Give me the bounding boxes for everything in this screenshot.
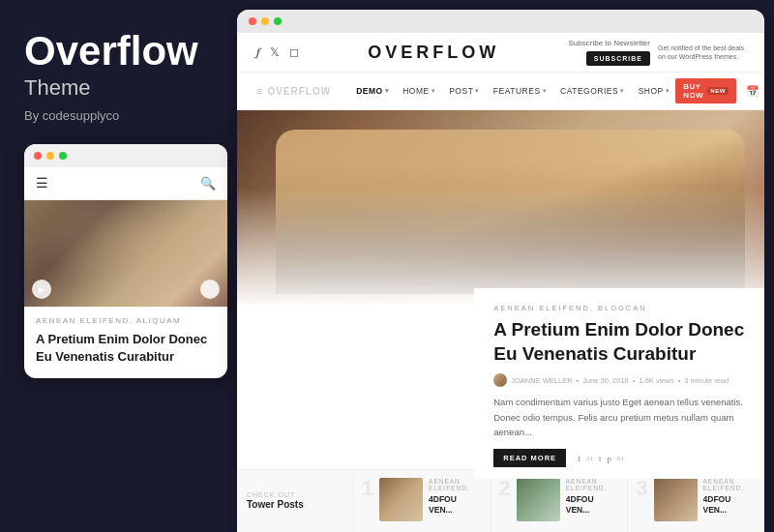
mobile-bookmark-button[interactable]: ♡ [200, 280, 220, 299]
desktop-top-strip: 𝒇 𝕏 ◻ OVERFLOW Subscribe to Newsletter S… [237, 33, 764, 73]
thumb-image-2 [517, 478, 560, 521]
twitter-share-icon[interactable]: t [599, 454, 602, 463]
author-avatar [493, 373, 507, 387]
mobile-play-button[interactable]: ▶ [32, 280, 51, 299]
thumb-image-3 [654, 478, 698, 521]
article-separator2: • [633, 376, 636, 385]
thumb-text-1: AENEAN ELEIFEND, 4DFOU VEN... [429, 478, 482, 516]
desktop-site-header: 𝒇 𝕏 ◻ OVERFLOW Subscribe to Newsletter S… [237, 33, 764, 110]
mobile-article-title: A Pretium Enim Dolor Donec Eu Venenatis … [36, 331, 216, 366]
thumb-title-2: 4DFOU VEN... [566, 494, 619, 516]
desktop-nav: ≡ OVERFLOW DEMO ▾ HOME ▾ POST ▾ FEATURES… [237, 73, 764, 109]
hero-text-overlay [237, 188, 764, 304]
thumb-item-3[interactable]: 3 AENEAN ELEIFEND, 4DFOU VEN... [628, 470, 764, 532]
desktop-logo[interactable]: OVERFLOW [368, 43, 499, 63]
thumb-item-1[interactable]: 1 AENEAN ELEIFEND, 4DFOU VEN... [354, 470, 491, 532]
thumb-item-2[interactable]: 2 AENEAN ELEIFEND, 4DFOU VEN... [491, 470, 629, 532]
thumb-cat-3: AENEAN ELEIFEND, [703, 478, 757, 491]
facebook-share-count: 21 [586, 455, 593, 462]
chevron-icon: ▾ [385, 87, 390, 95]
chevron-icon: ▾ [475, 87, 480, 95]
pinterest-share-icon[interactable]: p [608, 454, 612, 463]
mobile-nav-title: OVERFLOW [83, 177, 165, 191]
nav-link-shop[interactable]: SHOP ▾ [633, 83, 676, 99]
nav-logo-bars-icon: ≡ [256, 85, 263, 97]
desktop-browser: 𝒇 𝕏 ◻ OVERFLOW Subscribe to Newsletter S… [237, 33, 764, 532]
bottom-strip-inner: Check Out Tower Posts 1 AENEAN ELEIFEND,… [237, 470, 764, 532]
nav-logo-small[interactable]: ≡ OVERFLOW [256, 85, 331, 97]
facebook-share-icon[interactable]: f [578, 454, 580, 463]
chevron-icon: ▾ [432, 87, 436, 95]
desktop-dot-green [274, 17, 282, 25]
mobile-hero-image: ▶ ♡ [24, 200, 227, 307]
article-author: JOANNE WELLER [511, 376, 572, 385]
article-read-time: 3 minute read [684, 376, 729, 385]
thumb-number-1: 1 [362, 478, 373, 499]
buy-now-badge: NEW [707, 87, 729, 95]
calendar-icon[interactable]: 📅 [746, 85, 759, 98]
desktop-main: AENEAN ELEIFEND, BLOGCAN A Pretium Enim … [237, 110, 764, 532]
desktop-top-bar [237, 10, 764, 33]
mobile-content: AENEAN ELEIFEND, ALIQUAM A Pretium Enim … [24, 307, 227, 377]
subscribe-button[interactable]: SUBSCRIBE [586, 51, 650, 66]
nav-link-home[interactable]: HOME ▾ [397, 83, 441, 99]
article-separator: • [577, 376, 580, 385]
nav-link-demo[interactable]: DEMO ▾ [350, 83, 395, 99]
mobile-top-bar [24, 144, 227, 167]
read-more-button[interactable]: READ MORE [493, 449, 566, 467]
check-out-item: Check Out Tower Posts [237, 470, 354, 532]
check-out-label: Check Out [247, 491, 343, 498]
article-excerpt: Nam condimentum varius justo Eget aenean… [493, 395, 745, 439]
twitter-icon[interactable]: 𝕏 [270, 45, 280, 60]
mobile-nav: ☰ OVERFLOW 🔍 [24, 167, 227, 200]
theme-author: By codesupplyco [24, 108, 213, 123]
right-panel: 𝒇 𝕏 ◻ OVERFLOW Subscribe to Newsletter S… [237, 10, 764, 532]
article-separator3: • [678, 376, 681, 385]
subscribe-area: Subscribe to Newsletter SUBSCRIBE Get no… [569, 39, 745, 66]
thumb-text-2: AENEAN ELEIFEND, 4DFOU VEN... [566, 478, 619, 516]
thumb-image-1 [379, 478, 423, 521]
mobile-search-icon[interactable]: 🔍 [200, 176, 216, 192]
buy-now-button[interactable]: BUY NOW NEW [675, 78, 736, 103]
dot-green [59, 152, 67, 160]
dot-yellow [46, 152, 54, 160]
mobile-preview: ☰ OVERFLOW 🔍 ▶ ♡ AENEAN ELEIFEND, ALIQUA… [24, 144, 227, 377]
nav-link-post[interactable]: POST ▾ [443, 83, 486, 99]
desktop-hero-image [237, 110, 764, 304]
dot-red [34, 152, 42, 160]
left-panel: Overflow Theme By codesupplyco ☰ OVERFLO… [0, 0, 237, 532]
nav-links: DEMO ▾ HOME ▾ POST ▾ FEATURES ▾ CATEGORI… [350, 83, 675, 99]
chevron-icon: ▾ [543, 87, 548, 95]
thumb-number-2: 2 [499, 478, 511, 499]
facebook-icon[interactable]: 𝒇 [256, 45, 260, 60]
nav-link-features[interactable]: FEATURES ▾ [488, 83, 552, 99]
thumb-cat-1: AENEAN ELEIFEND, [429, 478, 482, 491]
nav-right-icons: 📅 🔍 [746, 85, 764, 98]
thumb-title-1: 4DFOU VEN... [429, 494, 482, 516]
chevron-icon: ▾ [620, 87, 625, 95]
thumb-title-3: 4DFOU VEN... [703, 494, 757, 516]
check-out-title: Tower Posts [247, 498, 343, 511]
social-icons: 𝒇 𝕏 ◻ [256, 45, 299, 60]
theme-title: Overflow [24, 29, 213, 74]
desktop-dot-yellow [261, 17, 269, 25]
hamburger-icon[interactable]: ☰ [36, 175, 48, 192]
pinterest-share-count: 61 [617, 455, 624, 462]
thumb-text-3: AENEAN ELEIFEND, 4DFOU VEN... [703, 478, 757, 516]
buy-now-label: BUY NOW [683, 82, 703, 100]
article-panel: AENEAN ELEIFEND, BLOGCAN A Pretium Enim … [474, 288, 764, 479]
article-date: June 30, 2018 [582, 376, 629, 385]
nav-logo-text: OVERFLOW [267, 86, 331, 97]
article-footer: READ MORE f 21 t p 61 [493, 449, 745, 467]
subscribe-label: Subscribe to Newsletter [569, 39, 650, 48]
thumb-cat-2: AENEAN ELEIFEND, [566, 478, 619, 491]
article-meta: JOANNE WELLER • June 30, 2018 • 1.6K vie… [493, 373, 745, 387]
desktop-dot-red [249, 17, 256, 25]
mobile-category: AENEAN ELEIFEND, ALIQUAM [36, 316, 216, 325]
instagram-icon[interactable]: ◻ [289, 45, 299, 60]
article-category: AENEAN ELEIFEND, BLOGCAN [493, 304, 745, 312]
share-icons: f 21 t p 61 [578, 454, 624, 463]
nav-link-categories[interactable]: CATEGORIES ▾ [554, 83, 631, 99]
thumb-number-3: 3 [636, 478, 647, 499]
theme-subtitle: Theme [24, 75, 213, 101]
